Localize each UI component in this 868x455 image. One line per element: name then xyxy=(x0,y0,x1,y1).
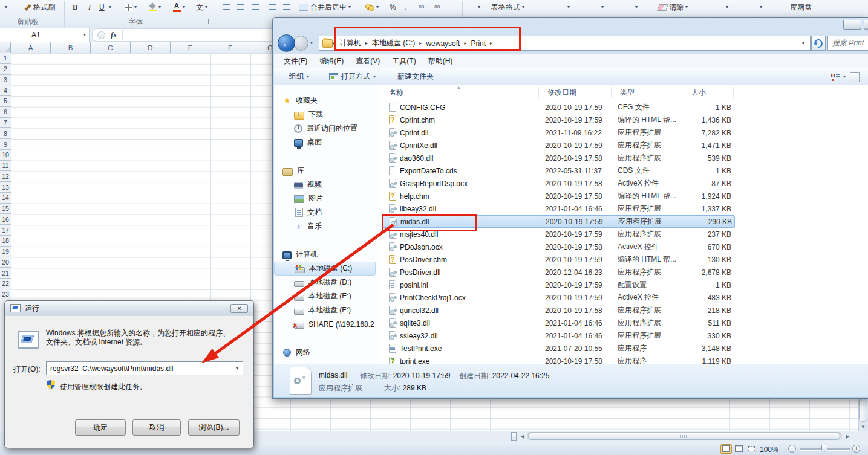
file-row[interactable]: PrintCheckProj1.ocx2020-10-19 17:59Activ… xyxy=(382,291,735,304)
align-center-button[interactable] xyxy=(237,1,244,13)
borders-button[interactable]: ▾ xyxy=(125,1,137,13)
column-header-size[interactable]: 大小 xyxy=(684,87,734,98)
paste-dropdown-caret-icon[interactable]: ▾ xyxy=(5,5,7,10)
horizontal-split-handle[interactable] xyxy=(511,432,517,441)
sidebar-item[interactable]: 本地磁盘 (C:) xyxy=(274,262,376,276)
browse-button[interactable]: 浏览(B)... xyxy=(188,419,240,436)
menu-item[interactable]: 编辑(E) xyxy=(313,56,350,66)
merge-center-button[interactable]: 合并后居中▾ xyxy=(299,1,351,13)
sidebar-item[interactable]: 收藏夹 xyxy=(274,94,380,108)
new-folder-button[interactable]: 新建文件夹 xyxy=(392,69,439,84)
name-box[interactable]: A1 xyxy=(0,28,90,42)
sort-filter-caret-icon[interactable]: ▾ xyxy=(726,5,728,10)
underline-caret-icon[interactable]: ▾ xyxy=(109,5,111,10)
change-view-button[interactable]: ▾ xyxy=(831,73,846,81)
excel-column-header[interactable]: D xyxy=(131,42,171,53)
font-color-button[interactable]: ▾ xyxy=(173,1,185,13)
excel-row-header[interactable]: 13 xyxy=(0,182,11,193)
name-box-caret-icon[interactable]: ▾ xyxy=(83,33,86,37)
excel-row-header[interactable]: 11 xyxy=(0,161,11,172)
conditional-format-caret-icon[interactable]: ▾ xyxy=(478,5,480,10)
sidebar-item[interactable]: SHARE (\\192.168.2 xyxy=(274,317,380,331)
page-break-view-button[interactable] xyxy=(746,444,757,454)
scroll-left-button[interactable]: ◀ xyxy=(518,432,527,441)
excel-column-header[interactable]: A xyxy=(11,42,51,53)
file-row[interactable]: PosDriver.dll2020-12-04 16:23应用程序扩展2,678… xyxy=(382,266,735,279)
font-dialog-launcher-icon[interactable] xyxy=(208,19,214,24)
menu-item[interactable]: 查看(V) xyxy=(350,56,386,66)
sidebar-item[interactable]: 文档 xyxy=(274,205,380,219)
zoom-level[interactable]: 100% xyxy=(760,445,778,454)
page-layout-view-button[interactable] xyxy=(733,444,745,454)
excel-row-header[interactable]: 10 xyxy=(0,150,11,161)
format-as-table-button[interactable]: 表格格式▾ xyxy=(491,1,524,13)
excel-column-header[interactable]: G xyxy=(250,42,273,53)
cell-styles-caret-icon[interactable]: ▾ xyxy=(567,5,570,10)
menu-item[interactable]: 工具(T) xyxy=(386,56,422,66)
sidebar-item[interactable]: 桌面 xyxy=(274,135,380,149)
file-row[interactable]: GraspReportDsp.ocx2020-10-19 17:58Active… xyxy=(382,177,735,190)
excel-row-header[interactable]: 15 xyxy=(0,204,11,215)
excel-row-header[interactable]: 16 xyxy=(0,214,11,225)
zoom-in-button[interactable]: + xyxy=(852,445,860,453)
excel-row-header[interactable]: 19 xyxy=(0,247,11,257)
excel-row-header[interactable]: 2 xyxy=(0,64,11,75)
excel-row-header[interactable]: 6 xyxy=(0,107,11,118)
breadcrumb-separator-icon[interactable]: ▸ xyxy=(490,40,492,46)
vertical-scrollbar-thumb[interactable] xyxy=(859,399,867,422)
excel-column-header[interactable]: C xyxy=(91,42,131,53)
normal-view-button[interactable] xyxy=(720,444,732,454)
excel-row-header[interactable]: 3 xyxy=(0,75,11,86)
clipboard-dialog-launcher-icon[interactable] xyxy=(56,19,61,24)
scroll-right-button[interactable]: ▶ xyxy=(843,432,852,441)
underline-button[interactable]: U xyxy=(99,1,105,13)
file-row[interactable]: posini.ini2020-10-19 17:59配置设置1 KB xyxy=(382,279,735,291)
excel-column-header[interactable]: B xyxy=(51,42,91,53)
sidebar-item[interactable]: 本地磁盘 (E:) xyxy=(274,289,380,303)
breadcrumb-item[interactable]: 本地磁盘 (C:) xyxy=(368,38,419,48)
breadcrumb-item[interactable]: wewaysoft xyxy=(422,39,464,48)
file-row[interactable]: CprintXe.dll2020-10-19 17:59应用程序扩展1,471 … xyxy=(382,139,735,152)
sidebar-item[interactable]: 计算机 xyxy=(274,248,380,262)
breadcrumb-item[interactable]: Print xyxy=(466,39,490,48)
zoom-slider-thumb[interactable] xyxy=(821,445,827,453)
file-row[interactable]: sqlite3.dll2021-01-04 16:46应用程序扩展511 KB xyxy=(382,317,735,329)
help-button-partial[interactable] xyxy=(850,72,860,82)
file-row[interactable]: libeay32.dll2021-01-04 16:46应用程序扩展1,337 … xyxy=(382,202,735,215)
insert-caret-icon[interactable]: ▾ xyxy=(601,5,604,10)
comma-style-button[interactable]: , xyxy=(404,1,406,13)
address-bar[interactable]: ▸计算机▸本地磁盘 (C:)▸wewaysoft▸Print▸ ▾ xyxy=(319,36,811,51)
sidebar-item[interactable]: 图片 xyxy=(274,192,380,205)
file-row[interactable]: dao360.dll2020-10-19 17:58应用程序扩展539 KB xyxy=(382,152,735,164)
file-row[interactable]: help.chm2020-10-19 17:58编译的 HTML 帮...1,9… xyxy=(382,190,735,202)
file-row[interactable]: tprint.exe2020-10-19 17:58应用程序1,119 KB xyxy=(382,355,735,364)
percent-style-button[interactable]: % xyxy=(390,1,396,13)
format-painter-button[interactable]: 格式刷 xyxy=(24,1,55,13)
select-all-corner[interactable] xyxy=(0,42,11,53)
phonetic-button[interactable]: 文▾ xyxy=(196,1,207,13)
address-dropdown-caret-icon[interactable]: ▾ xyxy=(797,41,810,46)
sidebar-item[interactable]: 本地磁盘 (F:) xyxy=(274,303,380,317)
combobox-caret-icon[interactable]: ▾ xyxy=(232,366,243,371)
number-format-button[interactable]: ▾ xyxy=(365,1,379,13)
open-with-button[interactable]: 打开方式▾ xyxy=(324,69,381,84)
file-row[interactable]: midas.dll2020-10-19 17:59应用程序扩展290 KB xyxy=(382,215,735,228)
organize-button[interactable]: 组织▾ xyxy=(284,69,315,84)
excel-row-header[interactable]: 20 xyxy=(0,257,11,268)
insert-function-icon[interactable] xyxy=(97,31,105,39)
excel-row-header[interactable]: 1 xyxy=(0,53,11,64)
excel-row-header[interactable]: 14 xyxy=(0,193,11,204)
file-row[interactable]: PDoJson.ocx2020-10-19 17:58ActiveX 控件670… xyxy=(382,240,735,253)
excel-row-header[interactable]: 8 xyxy=(0,128,11,139)
command-combobox[interactable]: regsvr32 C:\wewaysoft\Print\midas.dll ▾ xyxy=(46,361,243,375)
fill-color-button[interactable]: ▾ xyxy=(149,1,161,13)
close-button[interactable]: × xyxy=(230,304,248,313)
excel-row-header[interactable]: 4 xyxy=(0,85,11,96)
align-right-button[interactable] xyxy=(252,1,259,13)
find-select-caret-icon[interactable]: ▾ xyxy=(760,5,762,10)
search-input[interactable]: 搜索 Print xyxy=(827,36,868,51)
sidebar-item[interactable]: 下载 xyxy=(274,108,380,121)
column-header-type[interactable]: 类型 xyxy=(612,87,684,98)
excel-row-header[interactable]: 23 xyxy=(0,289,11,300)
cancel-button[interactable]: 取消 xyxy=(132,419,181,436)
